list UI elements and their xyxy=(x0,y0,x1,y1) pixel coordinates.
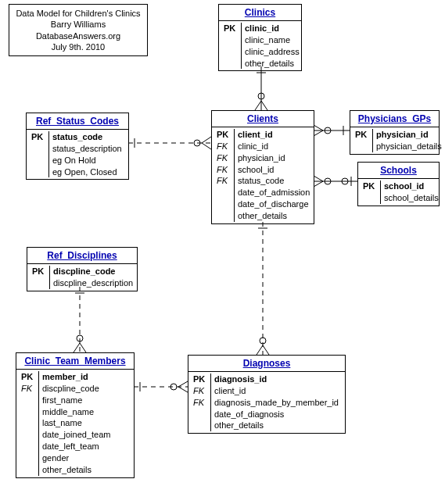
attribute-name: eg Open, Closed xyxy=(49,166,117,178)
attribute-name: other_details xyxy=(39,464,92,476)
entity-header: Clients xyxy=(212,111,314,127)
attribute-name: date_of_discharge xyxy=(235,198,309,210)
svg-line-16 xyxy=(314,176,323,181)
entity-attribute-row: FKschool_id xyxy=(212,164,314,176)
entity-body: PKphysician_idphysician_details xyxy=(350,127,439,154)
entity-attribute-row: clinic_address xyxy=(219,46,301,58)
entity-attribute-row: FKstatus_code xyxy=(212,175,314,187)
svg-line-7 xyxy=(202,137,211,143)
key-indicator xyxy=(215,210,235,222)
key-indicator: FK xyxy=(20,383,39,395)
entity-attribute-row: gender xyxy=(16,452,134,464)
svg-point-18 xyxy=(325,178,331,184)
key-indicator xyxy=(20,406,39,418)
entity-attribute-row: eg Open, Closed xyxy=(27,166,128,178)
title-line4: July 9th. 2010 xyxy=(16,41,141,52)
key-indicator xyxy=(20,464,39,476)
key-indicator xyxy=(222,58,242,70)
attribute-name: school_details xyxy=(381,192,439,204)
title-line3: DatabaseAnswers.org xyxy=(16,30,141,41)
entity-header: Diagnoses xyxy=(188,356,345,372)
entity-clients: Clients PKclient_idFKclinic_idFKphysicia… xyxy=(211,110,314,224)
entity-attribute-row: status_description xyxy=(27,143,128,155)
attribute-name: date_of_diagnosis xyxy=(211,409,284,420)
key-indicator: FK xyxy=(215,141,235,152)
entity-diagnoses: Diagnoses PKdiagnosis_idFKclient_idFKdia… xyxy=(188,355,346,434)
entity-clinics: Clinics PKclinic_idclinic_nameclinic_add… xyxy=(218,4,302,71)
attribute-name: discpline_code xyxy=(39,383,99,395)
key-indicator: FK xyxy=(192,397,211,409)
entity-header: Physicians_GPs xyxy=(350,111,439,127)
svg-line-29 xyxy=(80,343,86,352)
attribute-name: date_joined_team xyxy=(39,429,110,441)
entity-attribute-row: physician_details xyxy=(350,141,439,152)
svg-point-20 xyxy=(342,178,348,184)
entity-body: PKdiscpline_codediscpline_description xyxy=(27,264,137,291)
attribute-name: other_details xyxy=(211,420,264,431)
key-indicator xyxy=(192,409,211,420)
entity-ref-disciplines: Ref_Disciplines PKdiscpline_codediscplin… xyxy=(27,247,138,291)
entity-attribute-row: PKclient_id xyxy=(212,129,314,141)
key-indicator xyxy=(20,429,39,441)
svg-line-8 xyxy=(202,143,211,149)
attribute-name: diagnosis_made_by_member_id xyxy=(211,397,339,409)
entity-body: PKschool_idschool_details xyxy=(358,179,439,206)
key-indicator: FK xyxy=(215,175,235,187)
entity-attribute-row: date_joined_team xyxy=(16,429,134,441)
attribute-name: status_description xyxy=(49,143,122,155)
key-indicator: FK xyxy=(215,152,235,164)
attribute-name: clinic_name xyxy=(242,34,290,46)
attribute-name: first_name xyxy=(39,395,82,406)
attribute-name: discpline_code xyxy=(50,266,115,277)
attribute-name: other_details xyxy=(235,210,287,222)
entity-header: Clinic_Team_Members xyxy=(16,353,134,370)
entity-attribute-row: PKmember_id xyxy=(16,371,134,383)
attribute-name: client_id xyxy=(235,129,273,141)
svg-line-24 xyxy=(263,345,269,355)
entity-attribute-row: FKdiscpline_code xyxy=(16,383,134,395)
key-indicator: FK xyxy=(192,385,211,397)
entity-attribute-row: discpline_description xyxy=(27,277,137,289)
svg-line-28 xyxy=(74,343,80,352)
entity-header: Ref_Status_Codes xyxy=(27,113,128,130)
entity-attribute-row: FKdiagnosis_made_by_member_id xyxy=(188,397,345,409)
key-indicator xyxy=(215,187,235,198)
svg-point-35 xyxy=(170,384,177,390)
attribute-name: physician_details xyxy=(373,141,442,152)
svg-line-33 xyxy=(178,381,188,387)
svg-point-4 xyxy=(258,93,264,99)
attribute-name: clinic_address xyxy=(242,46,300,58)
attribute-name: school_id xyxy=(381,181,424,192)
attribute-name: school_id xyxy=(235,164,274,176)
key-indicator xyxy=(30,166,49,178)
entity-attribute-row: PKdiagnosis_id xyxy=(188,374,345,385)
entity-attribute-row: PKclinic_id xyxy=(219,23,301,34)
entity-attribute-row: middle_name xyxy=(16,406,134,418)
entity-attribute-row: PKschool_id xyxy=(358,181,439,192)
key-indicator xyxy=(31,277,50,289)
entity-body: PKdiagnosis_idFKclient_idFKdiagnosis_mad… xyxy=(188,372,345,433)
attribute-name: middle_name xyxy=(39,406,94,418)
key-indicator: FK xyxy=(215,164,235,176)
svg-line-23 xyxy=(257,345,263,355)
entity-attribute-row: PKphysician_id xyxy=(350,129,439,141)
attribute-name: date_of_admission xyxy=(235,187,310,198)
key-indicator xyxy=(30,143,49,155)
entity-body: PKclient_idFKclinic_idFKphysician_idFKsc… xyxy=(212,127,314,223)
attribute-name: clinic_id xyxy=(235,141,268,152)
entity-header: Clinics xyxy=(219,5,301,21)
entity-attribute-row: date_of_admission xyxy=(212,187,314,198)
attribute-name: discpline_description xyxy=(50,277,133,289)
attribute-name: date_left_team xyxy=(39,441,99,452)
entity-attribute-row: date_of_diagnosis xyxy=(188,409,345,420)
attribute-name: clinic_id xyxy=(242,23,279,34)
entity-body: PKmember_idFKdiscpline_codefirst_namemid… xyxy=(16,370,134,477)
key-indicator xyxy=(192,420,211,431)
attribute-name: eg On Hold xyxy=(49,155,96,166)
svg-line-17 xyxy=(314,181,323,187)
svg-line-2 xyxy=(255,101,261,110)
svg-line-12 xyxy=(314,130,323,136)
entity-attribute-row: date_of_discharge xyxy=(212,198,314,210)
attribute-name: client_id xyxy=(211,385,246,397)
attribute-name: last_name xyxy=(39,417,82,429)
